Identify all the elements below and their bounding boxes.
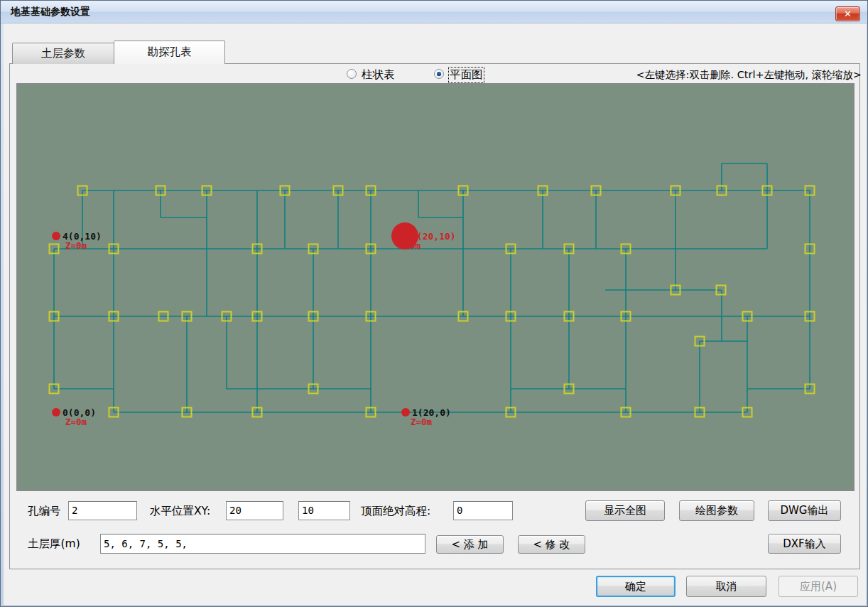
view-mode-row: 柱状表 平面图 <左键选择:双击删除. Ctrl+左键拖动, 滚轮缩放> — [4, 68, 866, 82]
cancel-button[interactable]: 取消 — [686, 576, 766, 597]
dialog-client-area: 土层参数 勘探孔表 柱状表 平面图 <左键选择:双击删除. Ctrl+左键拖动,… — [4, 23, 866, 605]
borehole-elevation-label: Z=0m — [65, 417, 87, 427]
soil-thickness-label: 土层厚(m) — [28, 537, 80, 552]
title-bar[interactable]: 地基基础参数设置 — [1, 1, 867, 23]
plan-drawing[interactable]: 4(0,10)Z=0mZ=0m2(20,10)0(0,0)Z=0m1(20,0)… — [18, 85, 852, 489]
window-title: 地基基础参数设置 — [11, 6, 90, 18]
drawing-params-button[interactable]: 绘图参数 — [679, 500, 754, 521]
plan-canvas[interactable]: 4(0,10)Z=0mZ=0m2(20,10)0(0,0)Z=0m1(20,0)… — [16, 83, 855, 491]
ok-button[interactable]: 确定 — [596, 576, 676, 597]
borehole-elevation-label: Z=0m — [65, 240, 87, 251]
xy-position-label: 水平位置XY: — [150, 504, 210, 519]
radio-column-table[interactable] — [347, 69, 357, 79]
mouse-hint-text: <左键选择:双击删除. Ctrl+左键拖动, 滚轮缩放> — [636, 68, 862, 82]
tab-borehole-table[interactable]: 勘探孔表 — [114, 41, 225, 64]
x-position-input[interactable]: 20 — [226, 501, 283, 520]
dwg-export-button[interactable]: DWG输出 — [768, 500, 841, 521]
radio-column-table-label[interactable]: 柱状表 — [362, 68, 395, 82]
show-full-view-button[interactable]: 显示全图 — [585, 500, 665, 521]
apply-button[interactable]: 应用(A) — [779, 576, 858, 597]
radio-plan-view[interactable] — [434, 69, 444, 79]
borehole-elevation-label: Z=0m — [411, 417, 433, 427]
top-elevation-input[interactable]: 0 — [453, 501, 513, 520]
hole-number-label: 孔编号 — [28, 504, 61, 519]
borehole-marker[interactable] — [401, 408, 410, 417]
borehole-marker[interactable] — [52, 232, 60, 240]
borehole-label: 2(20,10) — [411, 231, 456, 242]
close-button[interactable]: ✕ — [835, 6, 860, 21]
top-elevation-label: 顶面绝对高程: — [361, 504, 430, 519]
modify-button[interactable]: < 修 改 — [518, 535, 585, 554]
add-button[interactable]: < 添 加 — [436, 535, 504, 554]
borehole-marker[interactable] — [52, 408, 60, 417]
hole-number-input[interactable]: 2 — [68, 501, 137, 520]
soil-thickness-input[interactable]: 5, 6, 7, 5, 5, — [100, 534, 425, 554]
radio-plan-view-label[interactable]: 平面图 — [449, 68, 484, 82]
foundation-settings-dialog: 地基基础参数设置 ✕ 土层参数 勘探孔表 柱状表 平面图 <左键选择:双击删除.… — [0, 0, 868, 607]
y-position-input[interactable]: 10 — [298, 501, 350, 520]
dxf-import-button[interactable]: DXF输入 — [768, 534, 841, 554]
tab-soil-layers[interactable]: 土层参数 — [12, 43, 114, 64]
